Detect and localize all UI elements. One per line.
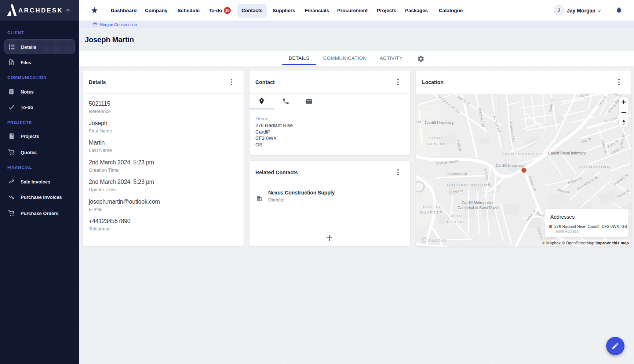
svg-text:Cathedral of Saint David: Cathedral of Saint David — [458, 206, 499, 210]
svg-text:Cardiff University: Cardiff University — [425, 121, 454, 125]
svg-text:CENTRE: CENTRE — [427, 142, 446, 146]
svg-text:Cardiff Royal Infirmary: Cardiff Royal Infirmary — [548, 151, 586, 155]
svg-text:CITY: CITY — [451, 214, 462, 218]
svg-text:e Rd: e Rd — [416, 120, 421, 124]
svg-text:CROCKHERBTOWN: CROCKHERBTOWN — [447, 183, 492, 187]
svg-text:CASTLE: CASTLE — [423, 205, 442, 209]
svg-text:Cardiff Metropolitan: Cardiff Metropolitan — [462, 201, 495, 205]
svg-text:Greyfriars Rd: Greyfriars Rd — [447, 172, 467, 176]
svg-text:QUARTER: QUARTER — [420, 210, 443, 214]
svg-text:mapbox: mapbox — [427, 237, 447, 243]
svg-text:TREDEGARVILLE: TREDEGARVILLE — [502, 152, 542, 156]
svg-text:CIVIC: CIVIC — [429, 136, 442, 140]
svg-text:Cardiff University: Cardiff University — [496, 164, 525, 168]
svg-text:CENTRE: CENTRE — [447, 220, 466, 224]
svg-text:ADAMSDOWN: ADAMSDOWN — [579, 165, 611, 169]
